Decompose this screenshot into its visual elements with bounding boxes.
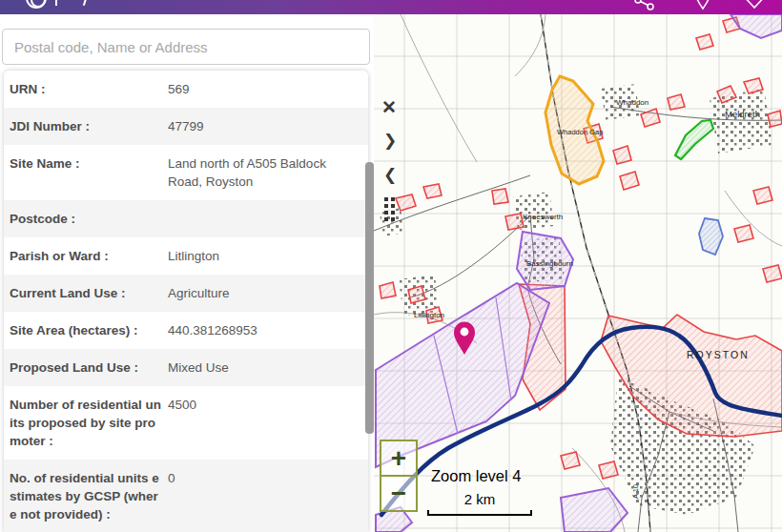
zoom-in-button[interactable]: + <box>380 440 418 476</box>
field-label: Current Land Use : <box>10 284 162 302</box>
svg-text:A 10: A 10 <box>631 484 640 499</box>
search-input[interactable] <box>2 29 370 65</box>
field-label: URN : <box>10 80 162 98</box>
svg-text:Whaddon: Whaddon <box>616 98 648 107</box>
zoom-out-button[interactable]: − <box>380 476 418 512</box>
detail-row-proposed-land-use: Proposed Land Use : Mixed Use <box>4 349 368 386</box>
svg-text:Litlington: Litlington <box>414 311 444 319</box>
panel-scrollbar-thumb[interactable] <box>365 162 374 434</box>
location-pin-icon[interactable] <box>692 0 713 10</box>
detail-row-parish: Parish or Ward : Litlington <box>4 237 368 275</box>
field-label: JDI Number : <box>10 117 162 135</box>
svg-text:Whaddon Gap: Whaddon Gap <box>557 128 603 136</box>
map-scale: 2 km <box>427 491 532 516</box>
field-label: No. of residential units estimates by GC… <box>10 469 162 523</box>
app-header <box>0 0 782 14</box>
field-value: Litlington <box>162 247 360 265</box>
detail-row-units-proposed: Number of residential units proposed by … <box>4 386 368 460</box>
scale-bar <box>427 510 532 516</box>
field-value: Mixed Use <box>162 358 360 377</box>
map-container: Whaddon Gap Whaddon Meldreth Kneesworth … <box>374 14 782 532</box>
field-label: Site Area (hectares) : <box>10 321 162 339</box>
field-label: Parish or Ward : <box>10 247 162 265</box>
field-value: 47799 <box>162 117 360 135</box>
brand-text-fragment <box>55 0 57 6</box>
site-details-card: URN : 569 JDI Number : 47799 Site Name :… <box>4 71 368 532</box>
field-value: Land north of A505 Baldock Road, Royston <box>162 154 360 191</box>
field-value: 4500 <box>162 396 360 450</box>
detail-row-postcode: Postcode : <box>4 200 368 237</box>
drag-dots-icon[interactable] <box>384 197 395 221</box>
chevron-right-icon[interactable]: ❯ <box>383 133 397 149</box>
detail-row-site-area: Site Area (hectares) : 440.381268953 <box>4 312 368 349</box>
svg-text:Kneesworth: Kneesworth <box>523 213 563 221</box>
field-value <box>162 210 360 228</box>
detail-row-units-estimate: No. of residential units estimates by GC… <box>4 460 368 532</box>
zoom-level-indicator: Zoom level 4 <box>431 467 521 485</box>
field-label: Postcode : <box>10 210 162 228</box>
field-value: 440.381268953 <box>162 321 360 339</box>
field-value: 569 <box>162 80 360 98</box>
detail-row-jdi-number: JDI Number : 47799 <box>4 108 368 145</box>
svg-text:ROYSTON: ROYSTON <box>687 349 750 360</box>
svg-text:Meldreth: Meldreth <box>725 109 760 119</box>
chevron-left-icon[interactable]: ❮ <box>383 167 397 183</box>
detail-row-site-name: Site Name : Land north of A505 Baldock R… <box>4 145 368 200</box>
field-value: Agriculture <box>162 284 360 302</box>
share-icon[interactable] <box>634 0 655 10</box>
field-label: Proposed Land Use : <box>10 358 162 377</box>
svg-text:Bassingbourn: Bassingbourn <box>526 259 573 268</box>
field-label: Number of residential units proposed by … <box>10 396 162 450</box>
brand-text-fragment <box>83 0 87 6</box>
map-canvas[interactable]: Whaddon Gap Whaddon Meldreth Kneesworth … <box>374 14 782 532</box>
site-details-panel: URN : 569 JDI Number : 47799 Site Name :… <box>0 14 374 532</box>
detail-row-current-land-use: Current Land Use : Agriculture <box>4 275 368 312</box>
scale-label: 2 km <box>427 491 532 507</box>
field-value: 0 <box>162 469 360 523</box>
favorites-icon[interactable] <box>744 0 765 10</box>
brand-logo-icon[interactable] <box>26 0 47 9</box>
close-panel-button[interactable]: ✕ <box>381 98 397 116</box>
detail-row-urn: URN : 569 <box>4 71 368 108</box>
field-label: Site Name : <box>10 154 162 191</box>
